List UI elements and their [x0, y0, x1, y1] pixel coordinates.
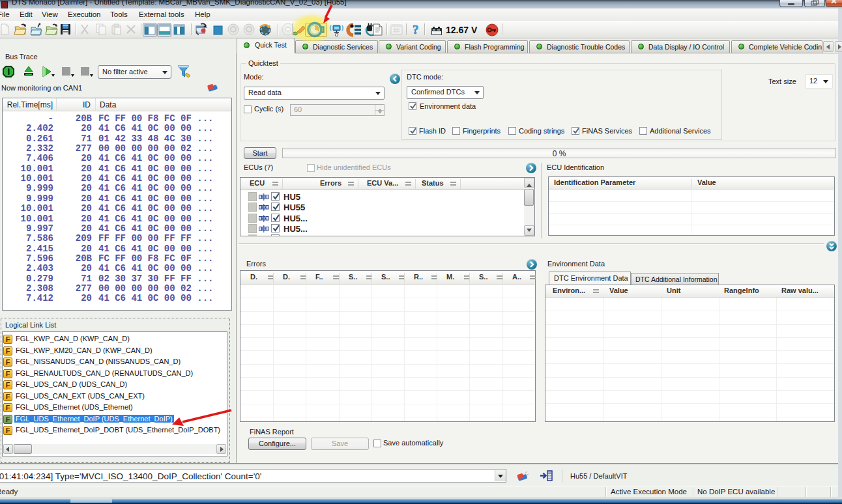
svg-text:?: ? — [413, 23, 419, 36]
